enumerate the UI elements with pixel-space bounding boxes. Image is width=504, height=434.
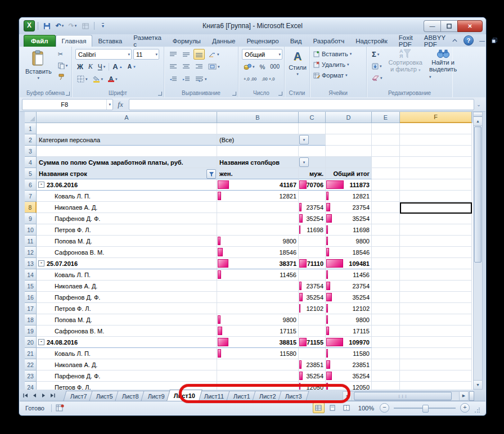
cell-A5[interactable]: Названия строк — [37, 168, 217, 179]
cell-F3[interactable] — [400, 146, 472, 157]
cell-B8[interactable] — [217, 202, 299, 213]
row-header-14[interactable]: 14 — [25, 269, 37, 281]
align-center-icon[interactable] — [181, 61, 192, 72]
cell-D18[interactable]: 9800 — [326, 314, 372, 326]
cell-F12[interactable] — [400, 247, 472, 258]
cell-D16[interactable]: 35254 — [326, 292, 372, 303]
cell-C22[interactable]: 23851 — [299, 359, 326, 370]
cell-A15[interactable]: Николаев А. Д. — [37, 281, 217, 292]
cell-F24[interactable] — [400, 382, 472, 390]
tab-2[interactable]: Вставка — [92, 35, 128, 47]
cell-B10[interactable] — [217, 224, 299, 236]
cell-C20[interactable]: 71155 — [299, 337, 326, 348]
cell-E19[interactable] — [372, 326, 400, 337]
cell-E4[interactable] — [372, 157, 400, 168]
formula-bar-expand-icon[interactable]: ⌄ — [474, 102, 483, 107]
normal-view-button[interactable] — [313, 403, 325, 413]
cell-D19[interactable]: 17115 — [326, 326, 372, 337]
collapse-group-icon[interactable]: - — [38, 260, 44, 266]
align-right-icon[interactable] — [194, 61, 205, 72]
cell-A10[interactable]: Петров Ф. Л. — [37, 224, 217, 236]
column-header-C[interactable]: C — [299, 112, 326, 123]
tab-3[interactable]: Разметка с — [128, 35, 167, 47]
maximize-button[interactable] — [440, 20, 457, 32]
cell-C8[interactable]: 23754 — [299, 202, 326, 213]
cell-A8[interactable]: Николаев А. Д. — [37, 202, 217, 213]
cell-D15[interactable]: 23754 — [326, 281, 372, 292]
cell-B21[interactable]: 11580 — [217, 348, 299, 359]
row-header-6[interactable]: 6 — [25, 179, 37, 191]
cell-F11[interactable] — [400, 236, 472, 247]
cell-F7[interactable] — [400, 191, 472, 202]
vertical-scroll-thumb[interactable] — [474, 126, 482, 263]
tab-1[interactable]: Главная — [56, 35, 93, 47]
clipboard-dialog-launcher[interactable] — [66, 92, 70, 96]
workbook-minimize-icon[interactable]: — — [478, 37, 486, 44]
zoom-slider-thumb[interactable] — [422, 405, 429, 413]
grow-font-button[interactable]: А▲ — [111, 61, 124, 72]
increase-indent-icon[interactable] — [181, 74, 192, 84]
increase-decimal-icon[interactable]: +,0 ,00 — [242, 74, 258, 84]
tab-6[interactable]: Рецензиро — [241, 35, 284, 47]
cell-C15[interactable]: 23754 — [299, 281, 326, 292]
insert-function-icon[interactable]: fx — [113, 100, 128, 109]
name-box-dropdown-icon[interactable]: ▾ — [106, 100, 112, 110]
cell-F1[interactable] — [400, 123, 472, 134]
font-dialog-launcher[interactable] — [158, 92, 162, 96]
cell-A6[interactable]: -23.06.2016 — [37, 179, 217, 191]
tab-7[interactable]: Вид — [285, 35, 308, 47]
align-bottom-icon[interactable] — [194, 49, 205, 60]
cell-D4[interactable] — [326, 157, 372, 168]
cell-E17[interactable] — [372, 303, 400, 314]
orientation-icon[interactable]: ▾ — [206, 49, 221, 60]
cell-E8[interactable] — [372, 202, 400, 213]
page-layout-view-button[interactable] — [327, 403, 339, 413]
row-header-18[interactable]: 18 — [25, 314, 37, 326]
font-size-select[interactable]: 11▾ — [133, 49, 159, 60]
borders-button[interactable]: ▾ — [75, 74, 89, 84]
tab-split-handle[interactable] — [469, 391, 474, 401]
cell-A16[interactable]: Парфенов Д. Ф. — [37, 292, 217, 303]
zoom-out-button[interactable]: − — [380, 403, 389, 413]
name-box[interactable]: F8 ▾ — [22, 99, 113, 110]
cell-A13[interactable]: -25.07.2016 — [37, 258, 217, 269]
cell-C1[interactable] — [299, 123, 326, 134]
close-button[interactable]: ✕ — [457, 20, 483, 32]
horizontal-scrollbar[interactable]: ◀ ❘❘❘ ▶ — [343, 391, 474, 400]
cell-A1[interactable] — [37, 123, 217, 134]
cell-C11[interactable] — [299, 236, 326, 247]
cell-D17[interactable]: 12102 — [326, 303, 372, 314]
excel-logo-icon[interactable]: X — [24, 20, 35, 31]
cell-F19[interactable] — [400, 326, 472, 337]
cell-D9[interactable]: 35254 — [326, 213, 372, 224]
column-header-D[interactable]: D — [326, 112, 372, 123]
cell-B1[interactable] — [217, 123, 299, 134]
cell-A3[interactable] — [37, 146, 217, 157]
number-dialog-launcher[interactable] — [278, 92, 282, 96]
cell-B17[interactable] — [217, 303, 299, 314]
cell-A9[interactable]: Парфенов Д. Ф. — [37, 213, 217, 224]
row-header-21[interactable]: 21 — [25, 348, 37, 359]
percent-style-button[interactable]: % — [258, 61, 267, 72]
cell-B7[interactable]: 12821 — [217, 191, 299, 202]
merge-center-icon[interactable]: ▾ — [206, 61, 222, 72]
row-header-4[interactable]: 4 — [25, 157, 37, 168]
cell-A4[interactable]: Сумма по полю Сумма заработной платы, ру… — [37, 157, 217, 168]
row-header-2[interactable]: 2 — [25, 134, 37, 146]
shrink-font-button[interactable]: А▼ — [126, 61, 138, 72]
column-header-B[interactable]: B — [217, 112, 299, 123]
cell-A20[interactable]: -24.08.2016 — [37, 337, 217, 348]
tab-5[interactable]: Данные — [206, 35, 241, 47]
row-header-1[interactable]: 1 — [25, 123, 37, 134]
cell-B23[interactable] — [217, 370, 299, 382]
paste-button[interactable]: Вставить ▾ — [23, 49, 54, 88]
cell-E15[interactable] — [372, 281, 400, 292]
cell-C5[interactable]: муж. — [299, 168, 326, 179]
tab-10[interactable]: Foxit PDF — [393, 35, 418, 47]
number-format-select[interactable]: Общий▾ — [242, 49, 282, 60]
collapse-group-icon[interactable]: - — [38, 182, 44, 188]
page-break-view-button[interactable] — [341, 403, 353, 413]
cell-E10[interactable] — [372, 224, 400, 236]
align-left-icon[interactable] — [168, 61, 179, 72]
align-top-icon[interactable] — [168, 49, 179, 60]
